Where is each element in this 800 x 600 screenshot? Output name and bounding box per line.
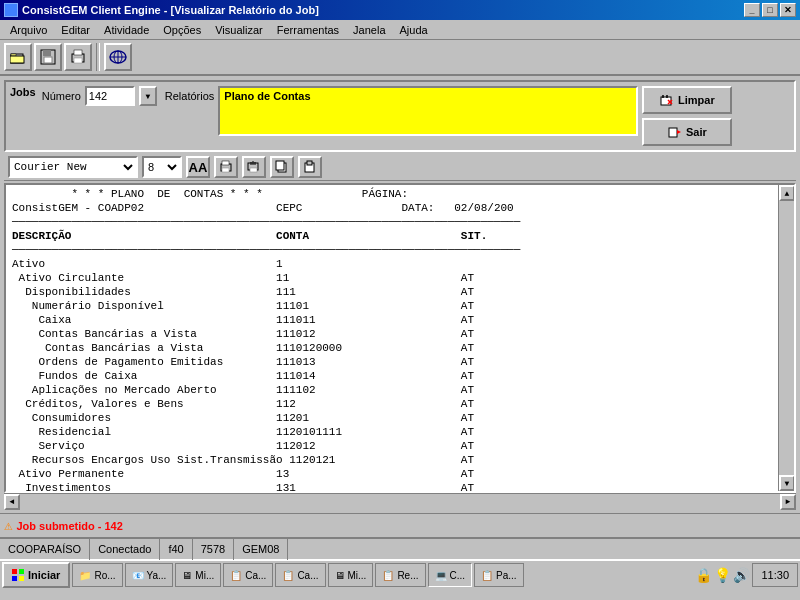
app-icon	[4, 3, 18, 17]
taskbar-item-ca2[interactable]: 📋 Ca...	[275, 563, 325, 587]
num1-text: 7578	[201, 543, 225, 555]
report-line: Ativo Circulante 11 AT	[12, 271, 788, 285]
svg-rect-5	[44, 57, 52, 63]
taskbar-item-mi2[interactable]: 🖥 Mi...	[328, 563, 374, 587]
company-text: COOPARAÍSO	[8, 543, 81, 555]
clock-time: 11:30	[761, 569, 789, 581]
report-line: ────────────────────────────────────────…	[12, 243, 788, 257]
window-title: ConsistGEM Client Engine - [Visualizar R…	[22, 4, 319, 16]
report-line: ConsistGEM - COADP02 CEPC DATA: 02/08/20…	[12, 201, 788, 215]
report-line: Numerário Disponível 11101 AT	[12, 299, 788, 313]
scroll-left-button[interactable]: ◄	[4, 494, 20, 510]
network-button[interactable]	[104, 43, 132, 71]
taskbar-item-ro[interactable]: 📁 Ro...	[72, 563, 122, 587]
menu-visualizar[interactable]: Visualizar	[209, 22, 269, 38]
tray-icon-3: 🔊	[733, 567, 750, 584]
save-button[interactable]	[34, 43, 62, 71]
report-line: Fundos de Caixa 111014 AT	[12, 369, 788, 383]
sair-button[interactable]: Sair	[642, 118, 732, 146]
svg-rect-19	[222, 168, 229, 172]
report-line: Contas Bancárias a Vista 111012 AT	[12, 327, 788, 341]
report-line: Disponibilidades 111 AT	[12, 285, 788, 299]
bottom-status-bar: COOPARAÍSO Conectado f40 7578 GEM08	[0, 537, 800, 559]
report-line: Ativo Permanente 13 AT	[12, 467, 788, 481]
sair-label: Sair	[686, 126, 707, 138]
taskbar-item-pa[interactable]: 📋 Pa...	[474, 563, 524, 587]
report-line: Consumidores 11201 AT	[12, 411, 788, 425]
menu-opcoes[interactable]: Opções	[157, 22, 207, 38]
taskbar-clock: 11:30	[752, 563, 798, 587]
menu-janela[interactable]: Janela	[347, 22, 391, 38]
svg-rect-23	[276, 161, 284, 170]
menu-ajuda[interactable]: Ajuda	[394, 22, 434, 38]
open-button[interactable]	[4, 43, 32, 71]
report-title-text: Plano de Contas	[224, 90, 310, 102]
report-line: Residencial 1120101111 AT	[12, 425, 788, 439]
menu-ferramentas[interactable]: Ferramentas	[271, 22, 345, 38]
start-label: Iniciar	[28, 569, 60, 581]
start-button[interactable]: Iniciar	[2, 562, 70, 588]
report-title-box: Plano de Contas	[218, 86, 638, 136]
print-button[interactable]	[64, 43, 92, 71]
menu-arquivo[interactable]: Arquivo	[4, 22, 53, 38]
relatorios-label: Relatórios	[165, 90, 215, 102]
size-select[interactable]: 8	[142, 156, 182, 178]
scroll-right-button[interactable]: ►	[780, 494, 796, 510]
numero-dropdown[interactable]: ▼	[139, 86, 157, 106]
scroll-up-button[interactable]: ▲	[779, 185, 795, 201]
num1-status: 7578	[193, 538, 234, 560]
svg-rect-21	[250, 168, 257, 172]
report-content: * * * PLANO DE CONTAS * * * PÁGINA:Consi…	[6, 185, 794, 493]
report-line: * * * PLANO DE CONTAS * * * PÁGINA:	[12, 187, 788, 201]
report-line: Ativo 1	[12, 257, 788, 271]
paste-fmt-button[interactable]	[298, 156, 322, 178]
svg-rect-28	[12, 576, 17, 581]
report-scrollbar: ▲ ▼	[778, 185, 794, 491]
jobs-buttons: Limpar Sair	[642, 86, 732, 146]
print-fmt-button[interactable]	[214, 156, 238, 178]
svg-rect-29	[19, 576, 24, 581]
num2-text: GEM08	[242, 543, 279, 555]
menu-editar[interactable]: Editar	[55, 22, 96, 38]
close-button[interactable]: ✕	[780, 3, 796, 17]
svg-rect-27	[19, 569, 24, 574]
svg-rect-2	[10, 56, 24, 63]
minimize-button[interactable]: _	[744, 3, 760, 17]
h-scrollbar: ◄ ►	[4, 493, 796, 509]
taskbar-item-mi[interactable]: 🖥 Mi...	[175, 563, 221, 587]
jobs-section: Jobs Número ▼ Relatórios Plano de Contas…	[4, 80, 796, 152]
scroll-down-button[interactable]: ▼	[779, 475, 795, 491]
taskbar-item-ya[interactable]: 📧 Ya...	[125, 563, 174, 587]
svg-rect-8	[74, 58, 82, 63]
report-line: Aplicações no Mercado Aberto 111102 AT	[12, 383, 788, 397]
font-size-button[interactable]: AA	[186, 156, 210, 178]
taskbar-item-ca1[interactable]: 📋 Ca...	[223, 563, 273, 587]
systray: 🔒 💡 🔊 11:30	[695, 563, 798, 587]
num2-status: GEM08	[234, 538, 288, 560]
menu-bar: Arquivo Editar Atividade Opções Visualiz…	[0, 20, 800, 40]
svg-rect-16	[669, 128, 677, 137]
numero-input[interactable]	[85, 86, 135, 106]
print2-fmt-button[interactable]	[242, 156, 266, 178]
status-bar: ⚠ Job submetido - 142	[0, 513, 800, 537]
report-line: Serviço 112012 AT	[12, 439, 788, 453]
copy-fmt-button[interactable]	[270, 156, 294, 178]
toolbar	[0, 40, 800, 76]
status-message: Job submetido - 142	[16, 520, 122, 532]
report-line: Contas Bancárias a Vista 1110120000 AT	[12, 341, 788, 355]
warning-icon: ⚠	[4, 517, 12, 534]
font-select[interactable]: Courier New	[8, 156, 138, 178]
maximize-button[interactable]: □	[762, 3, 778, 17]
svg-rect-18	[222, 161, 229, 165]
taskbar-item-re[interactable]: 📋 Re...	[375, 563, 425, 587]
limpar-button[interactable]: Limpar	[642, 86, 732, 114]
svg-rect-26	[12, 569, 17, 574]
taskbar-item-c[interactable]: 💻 C...	[428, 563, 473, 587]
main-area: Jobs Número ▼ Relatórios Plano de Contas…	[0, 76, 800, 513]
menu-atividade[interactable]: Atividade	[98, 22, 155, 38]
scroll-track[interactable]	[779, 201, 794, 475]
report-wrapper: * * * PLANO DE CONTAS * * * PÁGINA:Consi…	[4, 183, 796, 509]
jobs-inner: Número ▼ Relatórios	[42, 86, 215, 106]
fkey-text: f40	[168, 543, 183, 555]
report-line: Recursos Encargos Uso Sist.Transmissão 1…	[12, 453, 788, 467]
